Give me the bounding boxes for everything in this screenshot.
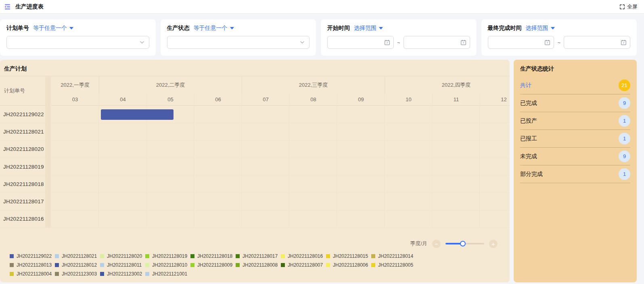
gantt-grid [51,106,510,228]
triangle-down-icon [69,27,73,29]
legend-plan-name: JH20221123002 [107,271,142,277]
plan-row-label: JH20221128017 [0,193,46,210]
legend-swatch [371,263,375,267]
stats-label: 已完成 [520,100,537,107]
filter-label: 最终完成时间 [488,25,522,32]
legend-plan-name: JH20221123003 [62,271,97,277]
legend-plan-name: JH20221128007 [288,262,323,268]
menu-collapse-icon[interactable] [3,3,11,11]
filter-label: 计划单号 [6,25,29,32]
plan-number-select[interactable] [6,36,149,49]
range-separator: ~ [397,40,400,46]
finish-time-to-input[interactable]: 7 [564,36,630,49]
month-cell: 10 [385,94,432,105]
legend-plan-name: JH20221129022 [17,253,52,259]
legend-item[interactable]: JH20221129022 [10,253,55,259]
zoom-slider[interactable] [445,243,484,244]
legend-item[interactable]: JH20221128011 [100,262,145,268]
plan-row-label: JH20221128021 [0,123,46,140]
calendar-icon: 7 [384,40,390,46]
legend-item[interactable]: JH20221128017 [236,253,281,259]
legend-swatch [371,254,375,258]
gantt-scrollbar[interactable] [46,76,51,228]
legend-swatch [190,254,194,258]
legend-item[interactable]: JH20221128020 [100,253,145,259]
legend-item[interactable]: JH20221128008 [236,262,281,268]
legend-item[interactable]: JH20221128015 [326,253,371,259]
month-cell: 11 [432,94,480,105]
legend-item[interactable]: JH20221121001 [145,271,190,277]
production-status-select[interactable] [167,36,310,49]
legend-swatch [100,272,104,276]
gantt-chart: 计划单号 JH20221129022JH20221128021JH2022112… [0,76,510,228]
legend-swatch [326,254,330,258]
plan-row-label: JH20221128016 [0,211,46,228]
legend-swatch [55,263,59,267]
start-time-to-input[interactable]: 7 [404,36,470,49]
legend-item[interactable]: JH20221128021 [55,253,100,259]
stats-row-status[interactable]: 未完成9 [520,148,630,165]
legend-item[interactable]: JH20221128012 [55,262,100,268]
legend-item[interactable]: JH20221128014 [371,253,416,259]
zoom-slider-handle[interactable] [460,241,466,246]
gantt-grid-row [51,175,510,193]
legend-plan-name: JH20221128020 [107,253,142,259]
legend-item[interactable]: JH20221128006 [326,262,371,268]
zoom-out-button[interactable]: − [432,240,441,248]
filter-label: 生产状态 [167,25,190,32]
stats-count-badge: 1 [619,133,630,144]
stats-count-badge: 9 [619,97,630,109]
month-cell: 03 [51,94,99,105]
legend-item[interactable]: JH20221123002 [100,271,145,277]
legend-item[interactable]: JH20221128018 [190,253,236,259]
gantt-legend: JH20221129022JH20221128021JH20221128020J… [0,252,510,282]
filter-operator-dropdown[interactable]: 等于任意一个 [194,25,234,32]
legend-item[interactable]: JH20221128019 [145,253,190,259]
stats-row-status[interactable]: 部分完成1 [520,165,630,183]
gantt-timeline[interactable]: 2022,一季度2022,二季度2022,三季度2022,四季度 0304050… [51,76,510,228]
legend-swatch [281,263,285,267]
filter-operator-dropdown[interactable]: 选择范围 [354,25,383,32]
legend-item[interactable]: JH20221128007 [281,262,326,268]
legend-plan-name: JH20221121001 [152,271,187,277]
filter-operator-dropdown[interactable]: 等于任意一个 [33,25,73,32]
stats-row-status[interactable]: 已完成9 [520,94,630,112]
gantt-grid-row [51,193,510,210]
svg-text:7: 7 [547,41,548,45]
legend-swatch [236,254,240,258]
month-cell: 09 [337,94,385,105]
legend-item[interactable]: JH20221128013 [10,262,55,268]
legend-item[interactable]: JH20221123003 [55,271,100,277]
legend-plan-name: JH20221128004 [17,271,52,277]
stats-count-badge: 1 [619,168,630,180]
filter-label: 开始时间 [327,25,350,32]
range-separator: ~ [557,40,560,46]
svg-text:7: 7 [623,41,624,45]
stats-list: 共计21已完成9已投产1已报工1未完成9部分完成1 [520,77,630,183]
legend-plan-name: JH20221128018 [197,253,232,259]
stats-row-status[interactable]: 已投产1 [520,112,630,130]
legend-swatch [145,263,149,267]
main-area: 生产计划 计划单号 JH20221129022JH20221128021JH20… [0,60,637,282]
filter-operator-dropdown[interactable]: 选择范围 [526,25,555,32]
stats-row-status[interactable]: 已报工1 [520,130,630,148]
zoom-in-button[interactable]: + [489,240,498,248]
start-time-from-input[interactable]: 7 [327,36,394,49]
legend-item[interactable]: JH20221128009 [190,262,236,268]
row-header-label: 计划单号 [0,76,46,106]
stats-row-total[interactable]: 共计21 [520,77,630,94]
gantt-grid-row [51,123,510,140]
legend-item[interactable]: JH20221128005 [371,262,416,268]
gantt-bar[interactable] [101,109,174,120]
legend-plan-name: JH20221128011 [107,262,142,268]
legend-plan-name: JH20221128012 [62,262,97,268]
quarter-header-row: 2022,一季度2022,二季度2022,三季度2022,四季度 [51,76,510,94]
fullscreen-button[interactable]: 全屏 [619,3,638,10]
legend-swatch [326,263,330,267]
finish-time-from-input[interactable]: 7 [488,36,554,49]
legend-item[interactable]: JH20221128004 [10,271,55,277]
legend-item[interactable]: JH20221128010 [145,262,190,268]
legend-swatch [145,254,149,258]
legend-swatch [100,263,104,267]
legend-item[interactable]: JH20221128016 [281,253,326,259]
